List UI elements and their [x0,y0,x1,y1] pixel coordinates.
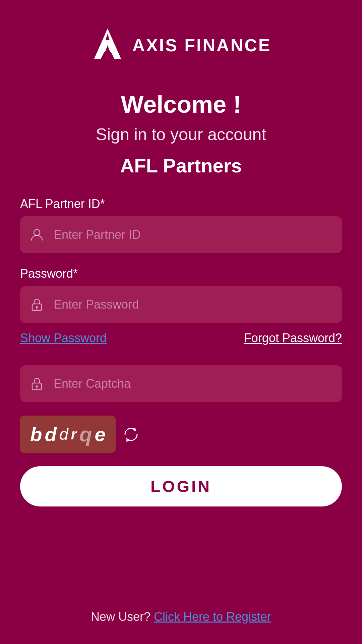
new-user-text: New User? [91,610,150,624]
brand-name: AXIS FINANCE [132,35,272,55]
captcha-lock-icon [29,376,44,391]
partner-id-wrapper [20,216,342,253]
login-form: AFL Partner ID* Password* [20,197,342,533]
captcha-input[interactable] [20,365,342,402]
logo-section: AXIS FINANCE [91,27,272,64]
captcha-char-2: d [45,423,56,445]
welcome-subtitle: Sign in to your account [96,125,266,144]
page-container: AXIS FINANCE Welcome ! Sign in to your a… [0,0,362,644]
password-label: Password* [20,267,342,281]
show-password-link[interactable]: Show Password [20,331,107,345]
partner-id-label: AFL Partner ID* [20,197,342,211]
captcha-refresh-button[interactable] [121,424,141,444]
svg-point-3 [34,229,40,235]
captcha-input-wrapper [20,365,342,402]
forgot-password-link[interactable]: Forgot Password? [244,331,342,345]
user-icon [29,227,44,242]
welcome-title: Welcome ! [96,91,266,118]
captcha-image: b d d r q e [20,416,116,453]
password-wrapper [20,286,342,323]
app-name: AFL Partners [96,154,266,177]
captcha-char-4: r [71,426,77,443]
captcha-char-6: e [95,423,106,445]
captcha-field-wrapper [20,365,342,402]
login-button[interactable]: LOGIN [20,466,342,506]
svg-point-8 [36,385,38,387]
footer: New User? Click Here to Register [91,610,271,624]
password-links-row: Show Password Forgot Password? [20,331,342,345]
lock-icon [29,297,44,312]
welcome-section: Welcome ! Sign in to your account AFL Pa… [96,91,266,177]
captcha-char-3: d [59,425,68,443]
captcha-char-1: b [30,423,42,445]
captcha-char-5: q [79,422,92,446]
axis-finance-logo-icon [91,27,124,64]
password-input[interactable] [20,286,342,323]
svg-point-5 [36,306,38,308]
register-link[interactable]: Click Here to Register [154,610,271,624]
partner-id-input[interactable] [20,216,342,253]
captcha-image-row: b d d r q e [20,416,342,453]
